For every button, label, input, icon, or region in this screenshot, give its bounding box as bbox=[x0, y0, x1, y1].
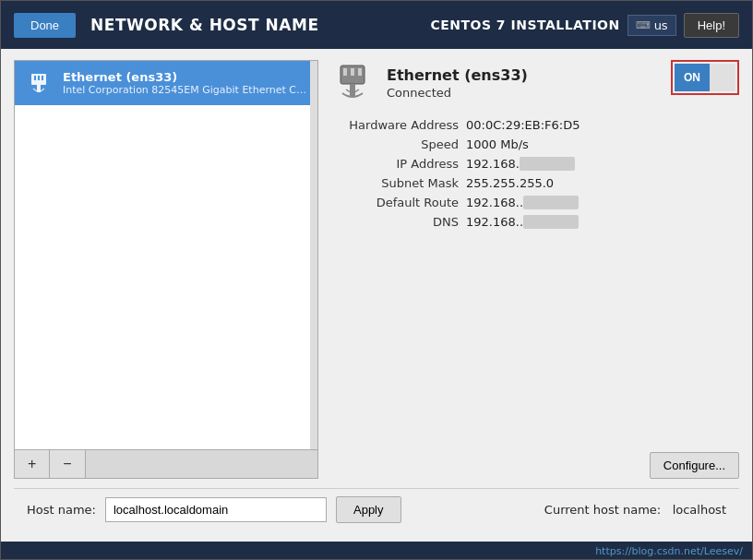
hostname-label: Host name: bbox=[27, 503, 96, 517]
main-content: Ethernet (ens33) Intel Corporation 82545… bbox=[1, 49, 752, 542]
configure-button[interactable]: Configure... bbox=[650, 452, 739, 479]
details-table: Hardware Address 00:0C:29:EB:F6:D5 Speed… bbox=[329, 117, 739, 230]
hardware-address-label: Hardware Address bbox=[329, 117, 459, 133]
interface-list: Ethernet (ens33) Intel Corporation 82545… bbox=[15, 61, 317, 105]
configure-row: Configure... bbox=[329, 452, 739, 479]
footer-link: https://blog.csdn.net/Leesev/ bbox=[595, 545, 743, 557]
ip-address-label: IP Address bbox=[329, 156, 459, 172]
language-value: us bbox=[654, 18, 668, 32]
current-hostname: Current host name: localhost bbox=[544, 503, 726, 517]
toggle-off[interactable] bbox=[710, 64, 735, 91]
header-left: Done NETWORK & HOST NAME bbox=[14, 13, 319, 38]
language-selector[interactable]: ⌨ us bbox=[628, 15, 676, 36]
toggle-switch[interactable]: ON bbox=[675, 64, 735, 91]
interface-info: Ethernet (ens33) Intel Corporation 82545… bbox=[63, 70, 308, 96]
header: Done NETWORK & HOST NAME CENTOS 7 INSTAL… bbox=[1, 1, 752, 49]
add-interface-button[interactable]: + bbox=[15, 450, 50, 478]
footer: https://blog.csdn.net/Leesev/ bbox=[1, 542, 752, 559]
speed-label: Speed bbox=[329, 137, 459, 152]
interface-header-left: Ethernet (ens33) Connected bbox=[329, 60, 528, 106]
header-right: CENTOS 7 INSTALLATION ⌨ us Help! bbox=[430, 13, 739, 38]
main-window: Done NETWORK & HOST NAME CENTOS 7 INSTAL… bbox=[0, 0, 753, 560]
ethernet-icon bbox=[24, 68, 54, 98]
list-scrollbar[interactable] bbox=[310, 61, 317, 449]
list-buttons: + − bbox=[15, 449, 317, 478]
route-blurred: xxx bbox=[523, 196, 579, 209]
hostname-input[interactable] bbox=[105, 497, 327, 522]
svg-rect-8 bbox=[358, 68, 362, 76]
interface-connection-status: Connected bbox=[387, 86, 528, 100]
interface-header-icon bbox=[329, 60, 376, 106]
ip-blurred: xxx.xx bbox=[520, 157, 575, 171]
interface-name: Ethernet (ens33) bbox=[63, 70, 308, 84]
left-panel: Ethernet (ens33) Intel Corporation 82545… bbox=[14, 60, 318, 479]
keyboard-icon: ⌨ bbox=[636, 19, 651, 31]
svg-rect-2 bbox=[38, 76, 40, 80]
subnet-mask-value: 255.255.255.0 bbox=[466, 175, 739, 191]
install-title: CENTOS 7 INSTALLATION bbox=[430, 18, 619, 32]
dns-label: DNS bbox=[329, 214, 459, 230]
interface-header-name: Ethernet (ens33) bbox=[387, 66, 528, 84]
ip-address-value: 192.168.xxx.xx bbox=[466, 156, 739, 172]
interface-list-area: Ethernet (ens33) Intel Corporation 82545… bbox=[15, 61, 317, 449]
bottom-bar: Host name: Apply Current host name: loca… bbox=[14, 488, 739, 530]
current-hostname-value: localhost bbox=[673, 503, 726, 517]
hardware-address-value: 00:0C:29:EB:F6:D5 bbox=[466, 117, 739, 133]
dns-blurred: xxx bbox=[523, 215, 579, 229]
default-route-value: 192.168..xxx bbox=[466, 195, 739, 210]
svg-rect-6 bbox=[343, 68, 347, 76]
page-title: NETWORK & HOST NAME bbox=[90, 16, 318, 34]
svg-rect-3 bbox=[42, 76, 43, 80]
interface-header: Ethernet (ens33) Connected ON bbox=[329, 60, 739, 106]
toggle-container: ON bbox=[671, 60, 739, 95]
toggle-on[interactable]: ON bbox=[675, 64, 710, 91]
top-section: Ethernet (ens33) Intel Corporation 82545… bbox=[14, 60, 739, 479]
apply-button[interactable]: Apply bbox=[336, 496, 401, 523]
speed-value: 1000 Mb/s bbox=[466, 137, 739, 152]
svg-rect-9 bbox=[350, 84, 355, 97]
svg-rect-1 bbox=[34, 76, 36, 80]
interface-description: Intel Corporation 82545EM Gigabit Ethern… bbox=[63, 84, 308, 96]
right-panel: Ethernet (ens33) Connected ON Hardware A… bbox=[329, 60, 739, 479]
default-route-label: Default Route bbox=[329, 195, 459, 210]
done-button[interactable]: Done bbox=[14, 13, 76, 38]
interface-item[interactable]: Ethernet (ens33) Intel Corporation 82545… bbox=[15, 61, 317, 105]
dns-value: 192.168..xxx bbox=[466, 214, 739, 230]
interface-header-text: Ethernet (ens33) Connected bbox=[387, 66, 528, 100]
help-button[interactable]: Help! bbox=[684, 13, 739, 38]
remove-interface-button[interactable]: − bbox=[50, 450, 85, 478]
subnet-mask-label: Subnet Mask bbox=[329, 175, 459, 191]
current-hostname-label: Current host name: bbox=[544, 503, 661, 517]
svg-rect-7 bbox=[351, 68, 354, 76]
